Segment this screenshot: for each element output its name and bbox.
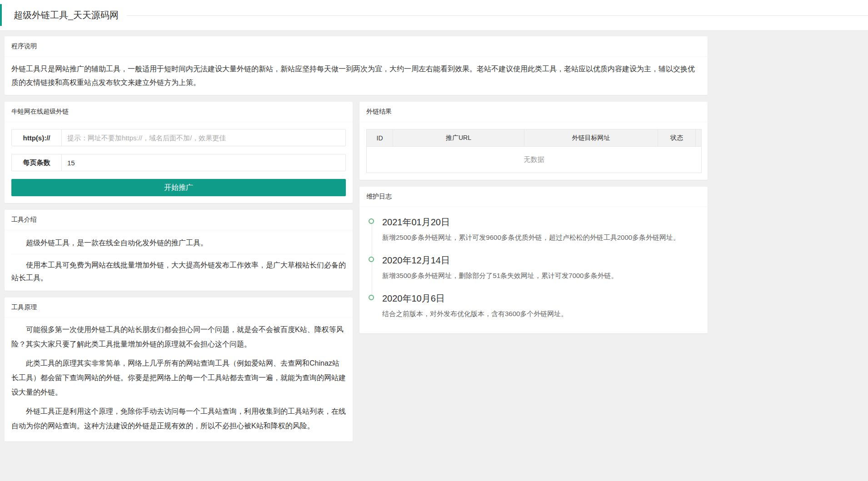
left-column: 牛蛙网在线超级外链 http(s):// 每页条数 开始推广 (5, 102, 353, 441)
result-card: 外链结果 ID 推广URL 外链目标网址 状态 (359, 102, 708, 180)
empty-row: 无数据 (367, 147, 702, 173)
url-input[interactable] (62, 129, 345, 146)
description-card-title: 程序说明 (5, 36, 708, 57)
accent-bar (0, 4, 2, 26)
timeline-date: 2021年01月20日 (382, 216, 701, 228)
content-area: 程序说明 外链工具只是网站推广的辅助工具，一般适用于短时间内无法建设大量外链的新… (0, 30, 712, 446)
page: 超级外链工具_天天源码网 程序说明 外链工具只是网站推广的辅助工具，一般适用于短… (0, 0, 868, 446)
description-text: 外链工具只是网站推广的辅助工具，一般适用于短时间内无法建设大量外链的新站，新站应… (5, 57, 708, 95)
result-table-wrap: ID 推广URL 外链目标网址 状态 无数据 (359, 122, 708, 180)
url-protocol-label: http(s):// (12, 129, 62, 146)
maintenance-timeline: 2021年01月20日 新增2500多条外链网址，累计可发9600多条优质外链，… (359, 207, 708, 333)
timeline-content: 新增3500多条外链网址，删除部分了51条失效网址，累计可发7000多条外链。 (382, 271, 701, 281)
column-header-id: ID (367, 129, 393, 147)
timeline-item: 2021年01月20日 新增2500多条外链网址，累计可发9600多条优质外链，… (369, 216, 701, 254)
result-table-header-row: ID 推广URL 外链目标网址 状态 (367, 129, 702, 147)
log-card: 维护日志 2021年01月20日 新增2500多条外链网址，累计可发9600多条… (359, 187, 708, 333)
column-header-status: 状态 (658, 129, 696, 147)
timeline-circle-icon (369, 218, 374, 224)
result-card-title: 外链结果 (359, 102, 708, 122)
tool-card-title: 牛蛙网在线超级外链 (5, 102, 353, 122)
intro-card-title: 工具介绍 (5, 210, 353, 230)
column-header-promo-url: 推广URL (393, 129, 524, 147)
top-header: 超级外链工具_天天源码网 (0, 0, 868, 30)
timeline-circle-icon (369, 295, 374, 300)
page-title: 超级外链工具_天天源码网 (14, 9, 119, 21)
log-card-title: 维护日志 (359, 187, 708, 207)
intro-item: 超级外链工具，是一款在线全自动化发外链的推广工具。 (11, 232, 346, 254)
per-page-label: 每页条数 (12, 154, 62, 171)
start-promotion-button[interactable]: 开始推广 (11, 179, 346, 196)
principle-card: 工具原理 可能很多第一次使用外链工具的站长朋友们都会担心同一个问题，就是会不会被… (5, 298, 353, 441)
column-header-target-url: 外链目标网址 (524, 129, 658, 147)
two-column-layout: 牛蛙网在线超级外链 http(s):// 每页条数 开始推广 (5, 102, 708, 441)
title-divider (127, 15, 868, 16)
timeline-item: 2020年12月14日 新增3500多条外链网址，删除部分了51条失效网址，累计… (369, 254, 701, 293)
principle-paragraph: 此类工具的原理其实非常简单，网络上几乎所有的网站查询工具（例如爱站网、去查网和C… (11, 356, 346, 400)
timeline-content: 新增2500多条外链网址，累计可发9600多条优质外链，超过卢松松的外链工具20… (382, 233, 701, 243)
principle-paragraph: 外链工具正是利用这个原理，免除你手动去访问每一个工具站查询，利用收集到的工具站列… (11, 404, 346, 433)
tool-form: http(s):// 每页条数 开始推广 (5, 122, 353, 203)
per-page-input-group: 每页条数 (11, 154, 346, 171)
intro-list: 超级外链工具，是一款在线全自动化发外链的推广工具。 使用本工具可免费为网站在线批… (5, 230, 353, 291)
principle-text: 可能很多第一次使用外链工具的站长朋友们都会担心同一个问题，就是会不会被百度K站、… (5, 318, 353, 441)
description-card: 程序说明 外链工具只是网站推广的辅助工具，一般适用于短时间内无法建设大量外链的新… (5, 36, 708, 95)
intro-card: 工具介绍 超级外链工具，是一款在线全自动化发外链的推广工具。 使用本工具可免费为… (5, 210, 353, 291)
timeline-content: 结合之前版本，对外发布优化版本，含有3600多个外链网址。 (382, 309, 701, 319)
right-column: 外链结果 ID 推广URL 外链目标网址 状态 (359, 102, 708, 333)
empty-data-text: 无数据 (367, 147, 702, 173)
principle-card-title: 工具原理 (5, 298, 353, 318)
intro-item: 使用本工具可免费为网站在线批量增加外链，大大提高外链发布工作效率，是广大草根站长… (11, 254, 346, 289)
timeline-circle-icon (369, 257, 374, 262)
tool-card: 牛蛙网在线超级外链 http(s):// 每页条数 开始推广 (5, 102, 353, 203)
timeline-date: 2020年12月14日 (382, 254, 701, 266)
timeline-date: 2020年10月6日 (382, 293, 701, 304)
url-input-group: http(s):// (11, 129, 346, 146)
per-page-input[interactable] (62, 154, 345, 171)
result-table: ID 推广URL 外链目标网址 状态 无数据 (366, 129, 702, 173)
principle-paragraph: 可能很多第一次使用外链工具的站长朋友们都会担心同一个问题，就是会不会被百度K站、… (11, 322, 346, 352)
timeline-item: 2020年10月6日 结合之前版本，对外发布优化版本，含有3600多个外链网址。 (369, 293, 701, 331)
column-header-patch (696, 129, 702, 147)
